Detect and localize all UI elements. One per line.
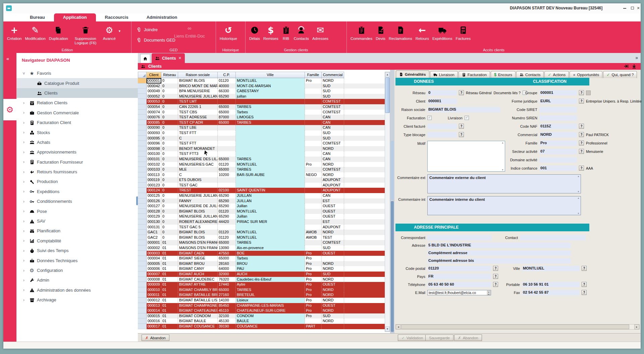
- ribbon-button-retours[interactable]: ←Retours: [414, 25, 431, 41]
- row-selector-cell[interactable]: [138, 318, 147, 324]
- code-siret-field[interactable]: [539, 107, 577, 112]
- sidebar-item-gestion-commerciale[interactable]: ›Gestion Commerciale: [16, 108, 138, 118]
- row-selector-cell[interactable]: [138, 183, 147, 188]
- chevron-right-icon[interactable]: ›: [21, 268, 26, 273]
- scroll-up-icon[interactable]: ▲: [385, 72, 390, 77]
- row-selector-cell[interactable]: [138, 146, 147, 152]
- table-row[interactable]: 00001301BIGMAT CHAMPAGNE-LES85450CHAMPAG…: [138, 303, 390, 308]
- code-naf-field[interactable]: 0115Z: [539, 124, 577, 129]
- row-selector-cell[interactable]: [138, 130, 147, 136]
- secteur-activite-help-button[interactable]: ?: [579, 149, 584, 154]
- ribbon-button-suppression-logique-f6-[interactable]: Suppression Logique (F6): [70, 25, 101, 45]
- table-row[interactable]: 0000540CAN 22265 165000TARBESCOMTEST: [138, 104, 390, 110]
- goto-end-icon[interactable]: [624, 64, 629, 69]
- commercial-field[interactable]: NORD: [539, 132, 577, 137]
- chevron-right-icon[interactable]: ›: [21, 258, 26, 263]
- chevron-right-icon[interactable]: ›: [21, 298, 26, 302]
- expand-tabs-icon[interactable]: »: [635, 55, 638, 60]
- sidebar-item-sav[interactable]: ›SAV: [16, 216, 138, 226]
- reseau-field[interactable]: 0: [427, 90, 457, 96]
- client-field[interactable]: 000001: [427, 99, 457, 104]
- chevron-right-icon[interactable]: ›: [21, 248, 26, 253]
- ribbon-button-joindre[interactable]: Joindre: [136, 25, 158, 34]
- pays-field[interactable]: FR: [427, 274, 491, 279]
- chevron-right-icon[interactable]: ›: [21, 170, 26, 174]
- scroll-thumb[interactable]: [385, 77, 390, 113]
- row-selector-cell[interactable]: [138, 115, 147, 120]
- code-postal-field[interactable]: 01120: [427, 266, 491, 271]
- table-row[interactable]: 00000301BIGMAT CAEN47550BOEProOUEST: [138, 251, 390, 256]
- table-row[interactable]: 0000960TEST FTTCOMTEST: [138, 141, 390, 146]
- chevron-right-icon[interactable]: ›: [21, 120, 26, 125]
- table-row[interactable]: 0001190ETS DUBOISADUPONT: [138, 177, 390, 183]
- table-row[interactable]: GAC10BIGMAT BLOIS01120MONTLUELAMOBNORD: [138, 230, 390, 235]
- ville-field[interactable]: MONTLUEL: [522, 266, 580, 271]
- detail-tab-livraison[interactable]: Livraison: [430, 71, 458, 78]
- scroll-down-icon[interactable]: ▼: [385, 327, 390, 332]
- abandon-button[interactable]: ✗ Abandon: [454, 335, 482, 341]
- table-row[interactable]: 0001290MENUISERIE JUILLANAIS65290Juillan…: [138, 214, 390, 219]
- correspondant-field[interactable]: [427, 235, 492, 240]
- table-row[interactable]: 0001240TREST02100SAINT QUENTINADUPONT: [138, 188, 390, 193]
- table-row[interactable]: 00000601BIGMAT CANY64000PAUProNORD: [138, 266, 390, 272]
- adresse-field[interactable]: 5 BLD DE L'INDUSTRIE: [427, 243, 571, 248]
- table-row[interactable]: 0001020MENUISERIES GAC01120MONTLUELProNO…: [138, 162, 390, 167]
- dropdown-caret-icon[interactable]: ▼: [118, 30, 121, 33]
- secteur-activite-field[interactable]: 07: [539, 149, 577, 154]
- table-row[interactable]: GAC20BIGMAT BLOIS01120MONTLUELAMOBTEST: [138, 235, 390, 240]
- sidebar-item-catalogue-produit[interactable]: Catalogue Produit: [16, 78, 138, 88]
- row-selector-cell[interactable]: [138, 104, 147, 110]
- sidebar-item-facturation-client[interactable]: ›Facturation Client: [16, 118, 138, 127]
- table-row[interactable]: 0000520MENUISERIE JUILLAN65290juillanSUD: [138, 94, 390, 99]
- goto-bottom-icon[interactable]: [632, 64, 637, 69]
- ribbon-button-duplication[interactable]: Duplication: [47, 25, 70, 41]
- domaine-activite-field[interactable]: [539, 157, 577, 163]
- type-blocage-help-button[interactable]: ?: [459, 132, 464, 137]
- table-row[interactable]: 0000950CSUD: [138, 136, 390, 141]
- row-selector-cell[interactable]: [138, 136, 147, 141]
- facturation-checkbox[interactable]: [427, 116, 432, 120]
- table-row[interactable]: 0000900TEST LBECAN: [138, 125, 390, 130]
- ribbon-button-d-lais[interactable]: Délais: [248, 25, 262, 41]
- ribbon-button-adresses[interactable]: ✉Adresses: [311, 25, 330, 41]
- chevron-right-icon[interactable]: ›: [21, 130, 26, 135]
- fax-help-button[interactable]: ?: [582, 290, 587, 295]
- sidebar-item-production[interactable]: ›Production: [16, 177, 138, 186]
- row-selector-cell[interactable]: [138, 198, 147, 204]
- sidebar-item-favoris[interactable]: ˅★Favoris: [16, 68, 138, 78]
- livraison-checkbox[interactable]: [465, 116, 469, 120]
- row-selector-cell[interactable]: [138, 230, 147, 235]
- column-header-raison-sociale[interactable]: Raison sociale: [178, 72, 218, 78]
- row-selector-cell[interactable]: [138, 272, 147, 277]
- row-selector-cell[interactable]: [138, 83, 147, 89]
- ribbon-button-modification[interactable]: ✎Modification: [23, 25, 47, 41]
- chevron-right-icon[interactable]: ›: [21, 150, 26, 155]
- table-row[interactable]: 0001230TEST GACADUPONT: [138, 183, 390, 188]
- commentaire-int-textarea[interactable]: Commentaire interne du client ▲▼: [427, 196, 581, 215]
- code-naf-help-button[interactable]: ?: [579, 124, 584, 129]
- table-row[interactable]: 0000530TEST LMTCOMTEST: [138, 99, 390, 104]
- commercial-help-button[interactable]: ?: [579, 132, 584, 137]
- chevron-right-icon[interactable]: ›: [21, 101, 26, 105]
- sauvegarde-button[interactable]: Sauvegarde: [425, 335, 453, 341]
- scroll-right-icon[interactable]: ►: [634, 324, 639, 329]
- detail-tab-encours[interactable]: $Encours: [491, 71, 516, 78]
- ribbon-button-rib[interactable]: RIB: [280, 25, 292, 41]
- chevron-right-icon[interactable]: ›: [21, 288, 26, 292]
- row-selector-cell[interactable]: [138, 303, 147, 308]
- fax-field[interactable]: 02 54 42 55 87: [522, 290, 580, 295]
- table-row[interactable]: 00001201BIGMAT BATAILLE LISIE14100Lisieu…: [138, 298, 390, 303]
- portable-field[interactable]: 06 10 56 91 01: [522, 282, 580, 287]
- sidebar-item-planification[interactable]: ›Planification: [16, 226, 138, 236]
- detail-tab-qui-quand-[interactable]: ✓Qui, quand ?: [603, 71, 637, 78]
- email-field[interactable]: test@test.fr,fhoubert@elcia.co ▲▼: [427, 290, 491, 295]
- sidebar-item-suivi-des-temps[interactable]: ›Suivi des Temps: [16, 246, 138, 255]
- chevron-right-icon[interactable]: ›: [21, 238, 26, 243]
- ribbon-button-exp-ditions[interactable]: Expéditions: [431, 25, 454, 41]
- table-row[interactable]: 0000760TEST ADRESSE87000LIMOGESCAN: [138, 115, 390, 120]
- detail-tab-facturation[interactable]: Facturation: [459, 71, 490, 78]
- table-row[interactable]: 00000101MAISONS D'EN FRANCE65000TARBESCO…: [138, 240, 390, 245]
- sidebar-item-administration-des-donn-es[interactable]: ›Administration des données: [16, 285, 138, 295]
- ribbon-button-commandes[interactable]: Commandes: [349, 25, 374, 41]
- navigator-module-button[interactable]: ⚙: [3, 99, 16, 120]
